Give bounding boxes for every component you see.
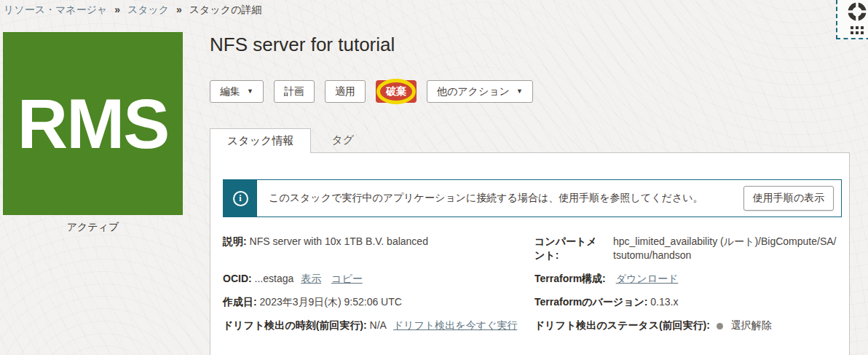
drift-status-label: ドリフト検出のステータス(前回実行): (534, 319, 710, 331)
breadcrumb-separator: » (176, 4, 182, 15)
drift-status-value: 選択解除 (731, 319, 772, 331)
terraform-version-label: Terraformのバージョン: (534, 296, 647, 308)
stack-logo: RMS (3, 32, 183, 215)
detail-row-drift-time: ドリフト検出の時刻(前回実行): N/A ドリフト検出を今すぐ実行 (223, 319, 523, 332)
info-banner-button-cell: 使用手順の表示 (743, 180, 841, 216)
info-banner-message: このスタックで実行中のアプリケーションに接続する場合は、使用手順を参照してくださ… (257, 180, 743, 216)
breadcrumb-stack-details: スタックの詳細 (189, 4, 262, 15)
status-badge: アクティブ (3, 221, 183, 234)
tab-tags-label: タグ (331, 133, 354, 147)
destroy-button[interactable]: 破棄 (376, 80, 417, 103)
tab-stack-information-label: スタック情報 (227, 134, 293, 148)
action-button-row: 編集 ▼ 計画 適用 破棄 他のアクション ▼ (210, 80, 850, 103)
detail-row-terraform-version: Terraformのバージョン: 0.13.x (534, 295, 839, 309)
info-banner: i このスタックで実行中のアプリケーションに接続する場合は、使用手順を参照してく… (223, 179, 842, 217)
tab-tags[interactable]: タグ (321, 128, 364, 152)
info-icon: i (233, 191, 248, 206)
breadcrumb-stacks[interactable]: スタック (127, 4, 169, 15)
apply-button-label: 適用 (335, 85, 355, 98)
drift-time-label: ドリフト検出の時刻(前回実行): (223, 319, 367, 331)
info-banner-icon-cell: i (224, 180, 257, 216)
drift-time-value: N/A (370, 319, 387, 331)
breadcrumb-resource-manager[interactable]: リソース・マネージャ (4, 4, 107, 15)
drift-status-dot-icon (717, 323, 723, 329)
detail-row-drift-status: ドリフト検出のステータス(前回実行): 選択解除 (534, 319, 839, 332)
page: リソース・マネージャ » スタック » スタックの詳細 RMS アクティブ NF… (0, 0, 868, 355)
terraform-config-download-link[interactable]: ダウンロード (616, 273, 679, 284)
destroy-button-label: 破棄 (386, 85, 406, 97)
breadcrumb: リソース・マネージャ » スタック » スタックの詳細 (4, 4, 261, 17)
detail-row-compartment: コンパートメント: hpc_limited_availability (ルート)… (534, 235, 839, 262)
chevron-down-icon: ▼ (516, 85, 523, 98)
ocid-label: OCID: (223, 273, 252, 284)
edit-button-label: 編集 (220, 85, 240, 98)
detail-row-created-date: 作成日: 2023年3月9日(木) 9:52:06 UTC (223, 295, 523, 309)
tab-stack-information[interactable]: スタック情報 (210, 128, 311, 153)
ocid-value: ...estaga (255, 273, 294, 284)
plan-button[interactable]: 計画 (274, 80, 315, 103)
lifebuoy-help-icon[interactable] (848, 2, 867, 24)
created-date-label: 作成日: (223, 296, 257, 308)
show-usage-instructions-button[interactable]: 使用手順の表示 (743, 186, 834, 211)
stack-logo-text: RMS (17, 89, 168, 159)
page-title: NFS server for tutorial (210, 34, 850, 55)
edit-button[interactable]: 編集 ▼ (210, 80, 264, 103)
tab-bar: スタック情報 タグ (210, 128, 850, 152)
main-content: NFS server for tutorial 編集 ▼ 計画 適用 破棄 他の… (210, 34, 850, 355)
more-actions-button[interactable]: 他のアクション ▼ (427, 80, 533, 103)
breadcrumb-separator: » (114, 4, 120, 15)
terraform-config-label: Terraform構成: (534, 273, 606, 284)
description-label: 説明: (223, 235, 247, 247)
chevron-down-icon: ▼ (247, 85, 253, 98)
run-drift-detection-link[interactable]: ドリフト検出を今すぐ実行 (393, 319, 517, 331)
apply-button[interactable]: 適用 (325, 80, 366, 103)
terraform-version-value: 0.13.x (650, 296, 678, 308)
plan-button-label: 計画 (284, 85, 304, 98)
stack-information-panel: i このスタックで実行中のアプリケーションに接続する場合は、使用手順を参照してく… (210, 152, 850, 355)
description-value: NFS server with 10x 1TB B.V. balanced (250, 235, 428, 247)
more-actions-label: 他のアクション (437, 85, 510, 98)
detail-row-terraform-config: Terraform構成: ダウンロード (534, 272, 839, 286)
detail-row-ocid: OCID: ...estaga 表示 コピー (223, 272, 523, 286)
ocid-copy-link[interactable]: コピー (331, 273, 363, 284)
destroy-button-wrapper: 破棄 (376, 80, 417, 103)
created-date-value: 2023年3月9日(木) 9:52:06 UTC (260, 296, 402, 308)
stack-details-grid: 説明: NFS server with 10x 1TB B.V. balance… (210, 235, 851, 332)
dots-grid-icon[interactable] (851, 26, 864, 34)
detail-row-description: 説明: NFS server with 10x 1TB B.V. balance… (223, 235, 523, 262)
compartment-value: hpc_limited_availability (ルート)/BigComput… (613, 235, 839, 262)
compartment-label: コンパートメント: (534, 235, 601, 262)
ocid-show-link[interactable]: 表示 (301, 273, 321, 284)
